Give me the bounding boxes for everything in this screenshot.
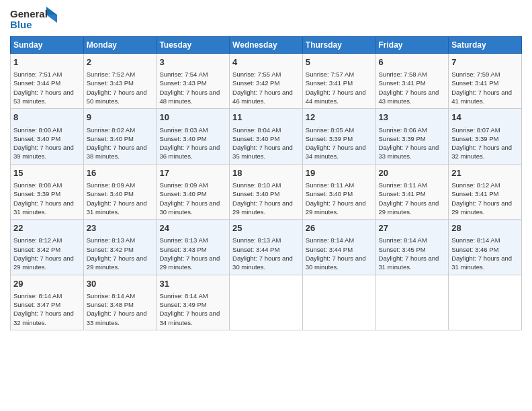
cell-4-2: 24Sunrise: 8:13 AMSunset: 3:43 PMDayligh… [157, 220, 230, 275]
daylight-text: Daylight: 7 hours and 30 minutes. [159, 199, 220, 216]
cell-5-5 [375, 275, 449, 330]
day-number: 2 [87, 56, 154, 68]
sunrise-text: Sunrise: 8:14 AM [159, 292, 208, 300]
day-number: 27 [379, 222, 446, 234]
daylight-text: Daylight: 7 hours and 31 minutes. [451, 255, 512, 271]
day-number: 26 [306, 222, 373, 234]
day-number: 4 [232, 56, 300, 68]
sunset-text: Sunset: 3:44 PM [232, 246, 279, 253]
sunset-text: Sunset: 3:39 PM [13, 190, 60, 197]
cell-2-3: 11Sunrise: 8:04 AMSunset: 3:40 PMDayligh… [230, 109, 303, 164]
daylight-text: Daylight: 7 hours and 30 minutes. [306, 255, 366, 271]
sunrise-text: Sunrise: 8:13 AM [87, 236, 135, 244]
cell-3-5: 20Sunrise: 8:11 AMSunset: 3:41 PMDayligh… [375, 164, 449, 219]
cell-5-3 [230, 275, 303, 330]
sunrise-text: Sunrise: 8:04 AM [232, 126, 281, 134]
svg-marker-0 [46, 7, 57, 15]
daylight-text: Daylight: 7 hours and 50 minutes. [87, 89, 147, 105]
daylight-text: Daylight: 7 hours and 43 minutes. [379, 89, 439, 105]
day-number: 19 [306, 167, 373, 179]
daylight-text: Daylight: 7 hours and 31 minutes. [13, 199, 74, 216]
svg-marker-1 [46, 15, 57, 23]
sunset-text: Sunset: 3:40 PM [159, 135, 206, 142]
sunset-text: Sunset: 3:40 PM [13, 135, 60, 142]
sunrise-text: Sunrise: 7:59 AM [451, 71, 500, 78]
day-number: 16 [87, 167, 154, 179]
sunrise-text: Sunrise: 8:14 AM [451, 236, 500, 244]
daylight-text: Daylight: 7 hours and 29 minutes. [87, 255, 147, 271]
svg-text:General: General [10, 8, 48, 19]
daylight-text: Daylight: 7 hours and 31 minutes. [87, 199, 147, 216]
sunset-text: Sunset: 3:43 PM [159, 246, 206, 253]
sunset-text: Sunset: 3:43 PM [87, 79, 134, 87]
day-number: 7 [451, 56, 519, 68]
cell-5-1: 30Sunrise: 8:14 AMSunset: 3:48 PMDayligh… [83, 275, 157, 330]
day-number: 14 [451, 111, 519, 124]
cell-3-6: 21Sunrise: 8:12 AMSunset: 3:41 PMDayligh… [449, 164, 522, 219]
daylight-text: Daylight: 7 hours and 29 minutes. [451, 199, 512, 216]
week-row-2: 8Sunrise: 8:00 AMSunset: 3:40 PMDaylight… [11, 109, 522, 164]
cell-4-1: 23Sunrise: 8:13 AMSunset: 3:42 PMDayligh… [83, 220, 157, 275]
sunset-text: Sunset: 3:41 PM [306, 79, 353, 87]
week-row-1: 1Sunrise: 7:51 AMSunset: 3:44 PMDaylight… [11, 54, 522, 109]
svg-text:Blue: Blue [10, 19, 32, 30]
calendar-table: SundayMondayTuesdayWednesdayThursdayFrid… [10, 36, 522, 330]
sunset-text: Sunset: 3:42 PM [13, 246, 60, 253]
cell-5-6 [449, 275, 522, 330]
day-number: 20 [379, 167, 446, 179]
daylight-text: Daylight: 7 hours and 30 minutes. [232, 255, 293, 271]
sunset-text: Sunset: 3:44 PM [13, 79, 60, 87]
cell-3-4: 19Sunrise: 8:11 AMSunset: 3:40 PMDayligh… [302, 164, 375, 219]
cell-5-4 [302, 275, 375, 330]
daylight-text: Daylight: 7 hours and 34 minutes. [159, 310, 220, 326]
sunrise-text: Sunrise: 8:02 AM [87, 126, 135, 134]
day-number: 8 [13, 111, 81, 124]
sunrise-text: Sunrise: 8:12 AM [451, 181, 500, 189]
day-number: 10 [159, 111, 226, 124]
sunrise-text: Sunrise: 7:58 AM [379, 71, 427, 78]
header-row: SundayMondayTuesdayWednesdayThursdayFrid… [11, 37, 522, 54]
day-number: 12 [306, 111, 373, 124]
logo-icon: GeneralBlue [10, 7, 57, 32]
cell-4-6: 28Sunrise: 8:14 AMSunset: 3:46 PMDayligh… [449, 220, 522, 275]
page-container: GeneralBlue SundayMondayTuesdayWednesday… [0, 0, 532, 411]
sunrise-text: Sunrise: 7:51 AM [13, 71, 62, 78]
cell-5-2: 31Sunrise: 8:14 AMSunset: 3:49 PMDayligh… [157, 275, 230, 330]
cell-2-1: 9Sunrise: 8:02 AMSunset: 3:40 PMDaylight… [83, 109, 157, 164]
sunrise-text: Sunrise: 8:08 AM [13, 181, 62, 189]
sunset-text: Sunset: 3:42 PM [232, 79, 279, 87]
sunset-text: Sunset: 3:45 PM [379, 246, 426, 253]
cell-1-4: 5Sunrise: 7:57 AMSunset: 3:41 PMDaylight… [302, 54, 375, 109]
cell-3-1: 16Sunrise: 8:09 AMSunset: 3:40 PMDayligh… [83, 164, 157, 219]
col-header-sunday: Sunday [11, 37, 84, 54]
sunset-text: Sunset: 3:47 PM [13, 301, 60, 308]
sunset-text: Sunset: 3:40 PM [87, 190, 134, 197]
sunrise-text: Sunrise: 7:57 AM [306, 71, 354, 78]
sunset-text: Sunset: 3:40 PM [232, 190, 279, 197]
day-number: 30 [87, 278, 154, 290]
day-number: 17 [159, 167, 226, 179]
daylight-text: Daylight: 7 hours and 31 minutes. [379, 255, 439, 271]
day-number: 25 [232, 222, 300, 234]
daylight-text: Daylight: 7 hours and 29 minutes. [306, 199, 366, 216]
cell-3-3: 18Sunrise: 8:10 AMSunset: 3:40 PMDayligh… [230, 164, 303, 219]
cell-1-1: 2Sunrise: 7:52 AMSunset: 3:43 PMDaylight… [83, 54, 157, 109]
cell-1-2: 3Sunrise: 7:54 AMSunset: 3:43 PMDaylight… [157, 54, 230, 109]
day-number: 11 [232, 111, 300, 124]
day-number: 18 [232, 167, 300, 179]
daylight-text: Daylight: 7 hours and 35 minutes. [232, 144, 293, 160]
cell-1-6: 7Sunrise: 7:59 AMSunset: 3:41 PMDaylight… [449, 54, 522, 109]
sunset-text: Sunset: 3:40 PM [87, 135, 134, 142]
sunset-text: Sunset: 3:46 PM [451, 246, 498, 253]
sunrise-text: Sunrise: 8:03 AM [159, 126, 208, 134]
daylight-text: Daylight: 7 hours and 29 minutes. [379, 199, 439, 216]
sunset-text: Sunset: 3:39 PM [306, 135, 353, 142]
sunrise-text: Sunrise: 8:14 AM [13, 292, 62, 300]
sunset-text: Sunset: 3:41 PM [451, 79, 498, 87]
cell-5-0: 29Sunrise: 8:14 AMSunset: 3:47 PMDayligh… [11, 275, 84, 330]
daylight-text: Daylight: 7 hours and 29 minutes. [159, 255, 220, 271]
sunrise-text: Sunrise: 8:14 AM [379, 236, 427, 244]
sunrise-text: Sunrise: 8:12 AM [13, 236, 62, 244]
cell-1-3: 4Sunrise: 7:55 AMSunset: 3:42 PMDaylight… [230, 54, 303, 109]
col-header-tuesday: Tuesday [157, 37, 230, 54]
